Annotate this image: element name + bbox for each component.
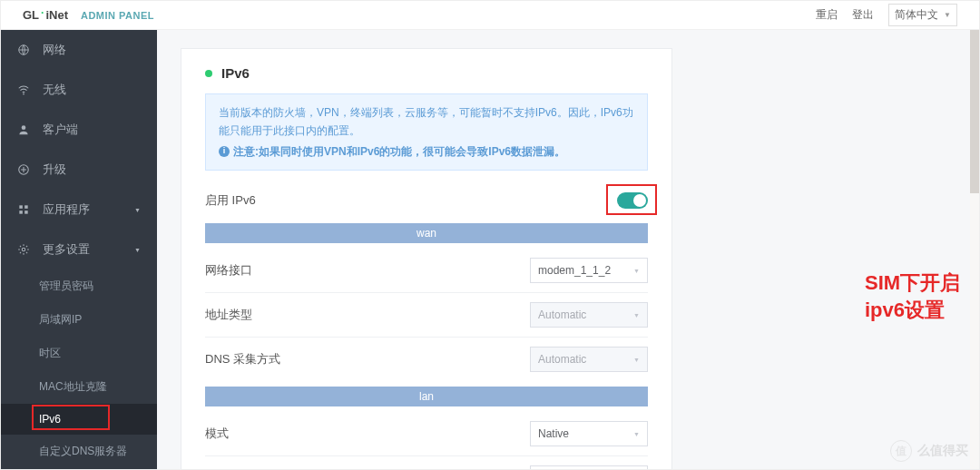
restart-link[interactable]: 重启 xyxy=(816,7,838,23)
sidebar-item-upgrade[interactable]: 升级 xyxy=(1,150,157,190)
language-value: 简体中文 xyxy=(895,7,938,23)
panel-title: IPv6 xyxy=(221,65,250,81)
sidebar-item-more-settings[interactable]: 更多设置 ▼ xyxy=(1,230,157,269)
scrollbar-vertical[interactable] xyxy=(970,30,979,469)
sidebar-label: 更多设置 xyxy=(43,241,90,258)
chevron-down-icon: ▼ xyxy=(633,268,640,274)
sidebar-label: 应用程序 xyxy=(43,201,90,218)
sidebar-sub-timezone[interactable]: 时区 xyxy=(1,337,157,370)
caret-down-icon: ▼ xyxy=(134,247,141,253)
globe-icon xyxy=(17,44,30,56)
lan-section-header: lan xyxy=(205,387,648,406)
svg-point-8 xyxy=(22,248,25,251)
logo-inet-text: iNet xyxy=(45,8,68,22)
logo-dot-icon: · xyxy=(41,6,44,19)
status-dot-icon xyxy=(205,70,212,77)
watermark-text: 么值得买 xyxy=(917,443,968,459)
svg-rect-6 xyxy=(19,211,23,214)
grid-icon xyxy=(17,203,30,216)
chevron-down-icon: ▼ xyxy=(944,11,951,19)
dns-wan-label: DNS 采集方式 xyxy=(205,351,280,367)
sidebar-label: 网络 xyxy=(43,42,66,58)
toggle-knob xyxy=(633,194,646,207)
sidebar-sub-mac-clone[interactable]: MAC地址克隆 xyxy=(1,370,157,404)
chevron-down-icon: ▼ xyxy=(633,431,640,437)
svg-rect-4 xyxy=(19,205,23,209)
chevron-down-icon: ▼ xyxy=(633,312,640,318)
admin-panel-label: ADMIN PANEL xyxy=(81,10,154,21)
dns-wan-select: Automatic ▼ xyxy=(530,347,648,372)
svg-rect-7 xyxy=(24,211,28,214)
enable-ipv6-toggle[interactable] xyxy=(617,192,648,209)
caret-down-icon: ▼ xyxy=(134,207,141,213)
logo: GL · iNet xyxy=(23,8,68,22)
svg-point-2 xyxy=(22,125,26,130)
sidebar: 网络 无线 客户端 升级 应用程序 ▼ 更多设置 ▼ xyxy=(1,30,157,469)
logout-link[interactable]: 登出 xyxy=(852,7,874,23)
sidebar-sub-ipv6[interactable]: IPv6 xyxy=(1,404,157,435)
info-icon: i xyxy=(219,146,230,157)
gear-icon xyxy=(17,243,30,256)
mode-label: 模式 xyxy=(205,426,229,442)
alert-box: 当前版本的防火墙，VPN，终端列表，云服务等，可能暂时不支持IPv6。因此，IP… xyxy=(205,93,648,171)
address-type-label: 地址类型 xyxy=(205,307,252,323)
network-interface-label: 网络接口 xyxy=(205,262,252,279)
watermark-icon: 值 xyxy=(890,440,912,462)
sidebar-item-network[interactable]: 网络 xyxy=(1,30,157,70)
plus-circle-icon xyxy=(17,163,30,176)
mode-select[interactable]: Native ▼ xyxy=(530,421,648,446)
sidebar-label: 升级 xyxy=(43,162,66,178)
svg-rect-5 xyxy=(24,205,28,209)
svg-point-1 xyxy=(23,93,24,95)
annotation-text: SIM下开启ipv6设置 xyxy=(865,269,979,324)
sidebar-sub-custom-dns[interactable]: 自定义DNS服务器 xyxy=(1,435,157,468)
sidebar-label: 无线 xyxy=(43,82,66,98)
select-value: Automatic xyxy=(538,353,586,366)
ipv6-panel: IPv6 当前版本的防火墙，VPN，终端列表，云服务等，可能暂时不支持IPv6。… xyxy=(181,48,672,469)
scrollbar-thumb[interactable] xyxy=(970,30,979,193)
dns-lan-select[interactable]: Automatic ▼ xyxy=(530,465,648,469)
alert-text-1: 当前版本的防火墙，VPN，终端列表，云服务等，可能暂时不支持IPv6。因此，IP… xyxy=(219,103,634,141)
header-bar: GL · iNet ADMIN PANEL 重启 登出 简体中文 ▼ xyxy=(1,1,979,30)
select-value: Native xyxy=(538,427,569,440)
alert-text-2: 注意:如果同时使用VPN和IPv6的功能，很可能会导致IPv6数据泄漏。 xyxy=(233,142,565,161)
logo-gl-text: GL xyxy=(23,8,39,22)
select-value: modem_1_1_2 xyxy=(538,264,611,277)
network-interface-select[interactable]: modem_1_1_2 ▼ xyxy=(530,258,648,283)
address-type-select: Automatic ▼ xyxy=(530,302,648,328)
main-content: IPv6 当前版本的防火墙，VPN，终端列表，云服务等，可能暂时不支持IPv6。… xyxy=(157,30,979,469)
chevron-down-icon: ▼ xyxy=(633,357,640,363)
watermark: 值 么值得买 xyxy=(890,440,968,462)
sidebar-label: 客户端 xyxy=(43,122,78,138)
wifi-icon xyxy=(17,83,30,96)
wan-section-header: wan xyxy=(205,223,648,243)
user-icon xyxy=(17,123,30,136)
sidebar-sub-admin-password[interactable]: 管理员密码 xyxy=(1,269,157,303)
select-value: Automatic xyxy=(538,308,586,321)
sidebar-item-apps[interactable]: 应用程序 ▼ xyxy=(1,190,157,230)
sidebar-item-clients[interactable]: 客户端 xyxy=(1,110,157,150)
sidebar-sub-network-mode[interactable]: 网络模式 xyxy=(1,468,157,469)
sidebar-sub-lan-ip[interactable]: 局域网IP xyxy=(1,303,157,337)
sidebar-item-wireless[interactable]: 无线 xyxy=(1,70,157,110)
enable-ipv6-label: 启用 IPv6 xyxy=(205,192,256,209)
language-select[interactable]: 简体中文 ▼ xyxy=(888,4,957,26)
